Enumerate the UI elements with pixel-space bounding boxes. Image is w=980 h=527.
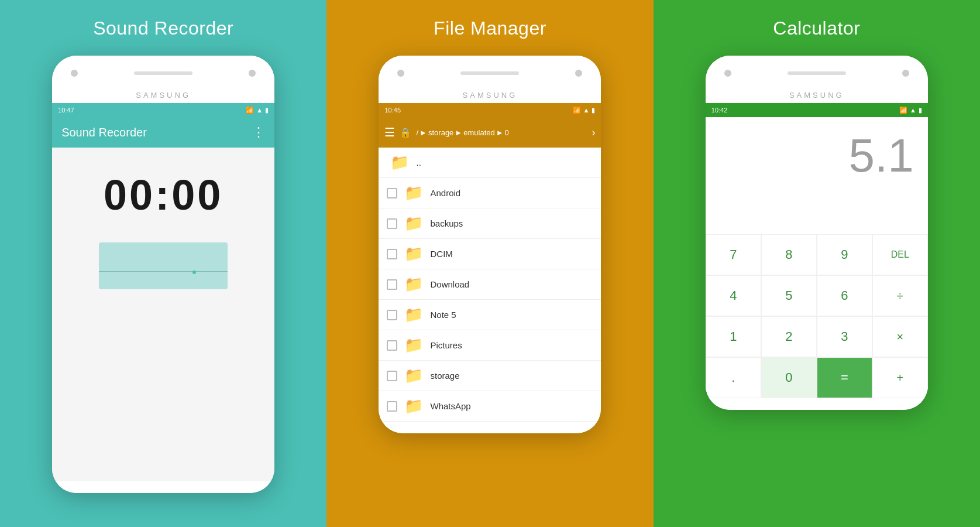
panel-title-sound-recorder: Sound Recorder bbox=[93, 18, 233, 39]
fm-row-download[interactable]: 📁 Download bbox=[379, 269, 601, 300]
sr-menu-icon[interactable]: ⋮ bbox=[252, 125, 265, 140]
calc-btn-4[interactable]: 4 bbox=[706, 275, 761, 316]
wifi-icon-sr: 📶 bbox=[246, 107, 254, 114]
wifi-icon-fm: 📶 bbox=[573, 107, 581, 114]
folder-name-backups: backups bbox=[430, 218, 463, 228]
camera-left-icon bbox=[71, 70, 78, 77]
checkbox-whatsapp[interactable] bbox=[387, 401, 397, 412]
signal-icon-calc: ▲ bbox=[910, 107, 916, 114]
calc-btn-5[interactable]: 5 bbox=[761, 275, 817, 316]
status-icons-sr: 📶 ▲ ▮ bbox=[246, 107, 269, 114]
calc-btn-multiply[interactable]: × bbox=[872, 316, 928, 357]
checkbox-dcim[interactable] bbox=[387, 249, 397, 259]
calculator-panel: Calculator SAMSUNG 10:42 📶 ▲ ▮ 5.1 7 8 9… bbox=[654, 0, 980, 527]
fm-lock-icon: 🔒 bbox=[400, 127, 411, 138]
fm-row-storage[interactable]: 📁 storage bbox=[379, 361, 601, 391]
checkbox-android[interactable] bbox=[387, 188, 397, 199]
checkbox-note5[interactable] bbox=[387, 310, 397, 320]
calc-btn-6[interactable]: 6 bbox=[817, 275, 872, 316]
phone-top-bar-fm bbox=[379, 56, 601, 91]
camera-right-icon bbox=[249, 70, 256, 77]
fm-row-backups[interactable]: 📁 backups bbox=[379, 208, 601, 239]
folder-icon-android: 📁 bbox=[404, 184, 423, 202]
folder-icon-backups: 📁 bbox=[404, 214, 423, 232]
battery-icon-sr: ▮ bbox=[265, 107, 269, 114]
sr-body: 00:00 bbox=[52, 148, 274, 481]
calc-btn-equals[interactable]: = bbox=[817, 357, 872, 398]
phone-bottom-bar-fm bbox=[379, 422, 601, 433]
calc-btn-divide[interactable]: ÷ bbox=[872, 275, 928, 316]
folder-name-android: Android bbox=[430, 188, 460, 198]
samsung-brand-1: SAMSUNG bbox=[52, 91, 274, 103]
fm-hamburger-icon[interactable]: ☰ bbox=[384, 125, 395, 139]
sr-toolbar: Sound Recorder ⋮ bbox=[52, 117, 274, 148]
phone-sound-recorder: SAMSUNG 10:47 📶 ▲ ▮ Sound Recorder ⋮ 00:… bbox=[52, 56, 274, 493]
fm-list: 📁 .. 📁 Android 📁 backups 📁 DCIM bbox=[379, 148, 601, 422]
wifi-icon-calc: 📶 bbox=[899, 107, 907, 114]
samsung-brand-calc: SAMSUNG bbox=[706, 91, 928, 103]
status-icons-fm: 📶 ▲ ▮ bbox=[573, 107, 596, 114]
checkbox-backups[interactable] bbox=[387, 218, 397, 229]
calc-btn-del[interactable]: DEL bbox=[872, 234, 928, 275]
phone-file-manager: SAMSUNG 10:45 📶 ▲ ▮ ☰ 🔒 / ► storage ► em… bbox=[379, 56, 601, 433]
calc-btn-9[interactable]: 9 bbox=[817, 234, 872, 275]
camera-left-icon-calc bbox=[724, 70, 731, 77]
folder-icon-pictures: 📁 bbox=[404, 336, 423, 354]
folder-name-whatsapp: WhatsApp bbox=[430, 401, 470, 411]
folder-name-pictures: Pictures bbox=[430, 340, 462, 350]
calc-btn-1[interactable]: 1 bbox=[706, 316, 761, 357]
fm-row-android[interactable]: 📁 Android bbox=[379, 178, 601, 208]
phone-calculator: SAMSUNG 10:42 📶 ▲ ▮ 5.1 7 8 9 DEL 4 5 6 … bbox=[706, 56, 928, 410]
checkbox-storage[interactable] bbox=[387, 371, 397, 381]
calc-btn-plus[interactable]: + bbox=[872, 357, 928, 398]
folder-icon-whatsapp: 📁 bbox=[404, 397, 423, 415]
checkbox-download[interactable] bbox=[387, 279, 397, 290]
battery-icon-calc: ▮ bbox=[919, 107, 922, 114]
camera-right-icon-fm bbox=[575, 70, 582, 77]
folder-name-storage: storage bbox=[430, 371, 459, 381]
calc-btn-2[interactable]: 2 bbox=[761, 316, 817, 357]
fm-chevron-icon[interactable]: › bbox=[592, 126, 595, 139]
signal-icon-sr: ▲ bbox=[256, 107, 263, 114]
folder-name-note5: Note 5 bbox=[430, 310, 456, 320]
sr-waveform-dot bbox=[192, 271, 196, 274]
calc-display-value: 5.1 bbox=[849, 129, 914, 183]
bc-arrow3: ► bbox=[496, 128, 504, 137]
status-bar-fm: 10:45 📶 ▲ ▮ bbox=[379, 103, 601, 117]
bc-arrow2: ► bbox=[455, 128, 462, 137]
fm-row-pictures[interactable]: 📁 Pictures bbox=[379, 330, 601, 361]
phone-bottom-bar-sr bbox=[52, 481, 274, 493]
bc-zero: 0 bbox=[505, 128, 509, 137]
calc-btn-dot[interactable]: . bbox=[706, 357, 761, 398]
calc-btn-3[interactable]: 3 bbox=[817, 316, 872, 357]
speaker-icon bbox=[134, 71, 192, 75]
status-bar-sr: 10:47 📶 ▲ ▮ bbox=[52, 103, 274, 117]
folder-name-dotdot: .. bbox=[416, 158, 421, 167]
folder-name-download: Download bbox=[430, 279, 469, 289]
phone-bottom-bar-calc bbox=[706, 398, 928, 410]
folder-icon-dcim: 📁 bbox=[404, 245, 423, 263]
calc-btn-0[interactable]: 0 bbox=[761, 357, 817, 398]
calc-btn-8[interactable]: 8 bbox=[761, 234, 817, 275]
fm-row-dotdot[interactable]: 📁 .. bbox=[379, 148, 601, 178]
folder-icon-storage: 📁 bbox=[404, 367, 423, 385]
panel-title-file-manager: File Manager bbox=[434, 18, 546, 39]
signal-icon-fm: ▲ bbox=[583, 107, 590, 114]
fm-row-note5[interactable]: 📁 Note 5 bbox=[379, 300, 601, 330]
fm-toolbar: ☰ 🔒 / ► storage ► emulated ► 0 › bbox=[379, 117, 601, 148]
speaker-icon-fm bbox=[460, 71, 519, 75]
bc-emulated: emulated bbox=[463, 128, 494, 137]
bc-slash: / bbox=[416, 128, 418, 137]
status-time-fm: 10:45 bbox=[384, 107, 401, 114]
fm-row-dcim[interactable]: 📁 DCIM bbox=[379, 239, 601, 269]
folder-icon-note5: 📁 bbox=[404, 306, 423, 324]
calc-grid: 7 8 9 DEL 4 5 6 ÷ 1 2 3 × . 0 = + bbox=[706, 234, 928, 398]
checkbox-pictures[interactable] bbox=[387, 340, 397, 351]
fm-row-whatsapp[interactable]: 📁 WhatsApp bbox=[379, 391, 601, 422]
calc-btn-7[interactable]: 7 bbox=[706, 234, 761, 275]
folder-name-dcim: DCIM bbox=[430, 249, 452, 259]
status-icons-calc: 📶 ▲ ▮ bbox=[899, 107, 922, 114]
sr-toolbar-title: Sound Recorder bbox=[61, 126, 147, 139]
sr-waveform bbox=[99, 242, 228, 289]
panel-title-calculator: Calculator bbox=[773, 18, 860, 39]
